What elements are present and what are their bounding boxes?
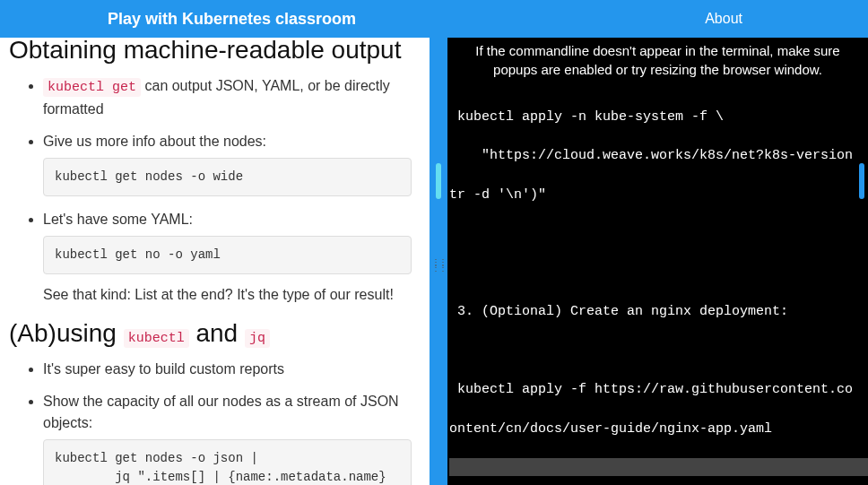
list-item: Let's have some YAML: kubectl get no -o …	[43, 209, 412, 274]
code-block[interactable]: kubectl get nodes -o wide	[43, 158, 412, 196]
list-text: Give us more info about the nodes:	[43, 134, 266, 149]
about-link[interactable]: About	[705, 11, 742, 27]
term-line: "https://cloud.weave.works/k8s/net?k8s-v…	[449, 146, 868, 166]
divider-handle[interactable]	[436, 163, 441, 199]
bullet-list-2: It's super easy to build custom reports …	[9, 359, 412, 486]
terminal-highlight	[449, 458, 868, 476]
site-title: Play with Kubernetes classroom	[108, 10, 356, 29]
terminal-pane[interactable]: If the commandline doesn't appear in the…	[447, 38, 868, 485]
paragraph: See that kind: List at the end? It's the…	[43, 287, 412, 303]
term-line: ontent/cn/docs/user-guide/nginx-app.yaml	[449, 420, 868, 439]
list-item: Show the capacity of all our nodes as a …	[43, 391, 412, 486]
pane-divider[interactable]: ⋮⋮⋮⋮	[430, 38, 447, 485]
list-item: kubectl get can output JSON, YAML, or be…	[43, 75, 412, 120]
list-text: Let's have some YAML:	[43, 212, 193, 227]
code-block[interactable]: kubectl get no -o yaml	[43, 236, 412, 274]
header: Play with Kubernetes classroom About	[0, 0, 868, 38]
inline-code: kubectl	[124, 329, 189, 348]
left-content-pane[interactable]: Obtaining machine-readable output kubect…	[0, 38, 430, 485]
heading-text: and	[189, 319, 245, 347]
list-text: Show the capacity of all our nodes as a …	[43, 394, 399, 430]
bullet-list-1: kubectl get can output JSON, YAML, or be…	[9, 75, 412, 274]
drag-dots-icon[interactable]: ⋮⋮⋮⋮	[431, 260, 446, 271]
terminal-output[interactable]: kubectl apply -n kube-system -f \ "https…	[447, 88, 868, 485]
term-line: kubectl apply -f https://raw.githubuserc…	[449, 380, 868, 400]
term-line: kubectl apply -n kube-system -f \	[449, 108, 868, 127]
heading-text: (Ab)using	[9, 319, 124, 347]
term-line: 3. (Optional) Create an nginx deployment…	[449, 302, 868, 322]
code-block[interactable]: kubectl get nodes -o json | jq ".items[]…	[43, 439, 412, 486]
list-item: Give us more info about the nodes: kubec…	[43, 131, 412, 196]
section-heading-1: Obtaining machine-readable output	[9, 38, 412, 65]
terminal-notice: If the commandline doesn't appear in the…	[447, 38, 868, 88]
main-container: Obtaining machine-readable output kubect…	[0, 38, 868, 485]
inline-code: kubectl get	[43, 78, 141, 97]
inline-code: jq	[245, 329, 270, 348]
scrollbar-thumb[interactable]	[859, 163, 864, 199]
section-heading-2: (Ab)using kubectl and jq	[9, 319, 412, 348]
list-item: It's super easy to build custom reports	[43, 359, 412, 380]
term-line: tr -d '\n')"	[449, 186, 868, 205]
